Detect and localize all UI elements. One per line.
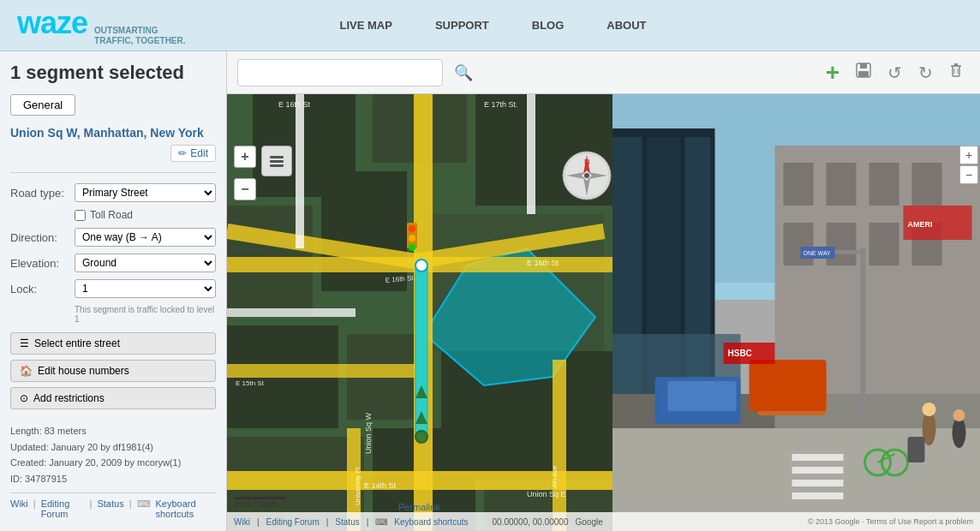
lock-note: This segment is traffic locked to level … [75, 305, 216, 324]
svg-text:AMERI: AMERI [908, 220, 933, 229]
delete-button[interactable] [942, 59, 970, 87]
svg-rect-71 [784, 163, 814, 206]
segment-id: ID: 34787915 [10, 471, 216, 487]
main-nav: LIVE MAP SUPPORT BLOG ABOUT [340, 19, 647, 32]
nav-live-map[interactable]: LIVE MAP [340, 19, 392, 32]
editing-forum-bottom-link[interactable]: Editing Forum [266, 517, 320, 527]
svg-rect-13 [321, 171, 407, 291]
svg-text:Union Sq W: Union Sq W [364, 412, 373, 454]
tab-general[interactable]: General [10, 94, 75, 116]
divider [10, 172, 216, 173]
keyboard-icon: ⌨ [137, 498, 151, 519]
layers-button[interactable] [261, 146, 292, 176]
svg-rect-52 [270, 156, 284, 158]
svg-point-51 [409, 244, 415, 251]
lock-label: Lock: [10, 283, 75, 295]
zoom-out-button[interactable]: − [234, 178, 256, 200]
svg-point-97 [953, 409, 965, 421]
svg-rect-54 [270, 164, 284, 167]
select-street-icon: ☰ [20, 337, 29, 349]
map-controls: + − [234, 146, 256, 200]
sidebar-footer-links: Wiki | Editing Forum | Status | ⌨ Keyboa… [10, 492, 216, 519]
google-logo-text: Google [575, 517, 602, 527]
keyboard-icon-bottom: ⌨ [375, 517, 387, 527]
scale-bar: 20 m / 100 ft [234, 497, 285, 509]
scale-20m: 20 m [234, 500, 251, 509]
map-container[interactable]: 🔍 + ↺ ↻ [227, 51, 980, 531]
street-view[interactable]: AMERI [612, 94, 980, 531]
add-restrictions-button[interactable]: ⊙ Add restrictions [10, 387, 216, 409]
svg-point-95 [923, 403, 936, 416]
wiki-bottom-link[interactable]: Wiki [234, 517, 250, 527]
segment-updated: Updated: January 20 by df1981(4) [10, 439, 216, 456]
svg-point-62 [584, 173, 589, 178]
svg-rect-75 [784, 223, 814, 266]
editing-forum-link[interactable]: Editing Forum [41, 498, 85, 519]
map-satellite[interactable]: E 16th St E 17th St. E 16th St E 16th St… [227, 94, 612, 531]
svg-point-36 [415, 260, 427, 271]
svg-rect-89 [668, 381, 737, 411]
svg-rect-76 [827, 223, 857, 266]
main-content: 1 segment selected General Union Sq W, M… [0, 51, 980, 531]
nav-about[interactable]: ABOUT [607, 19, 646, 32]
direction-select[interactable]: One way (B → A) [75, 228, 216, 247]
bottom-bar: Wiki | Editing Forum | Status | ⌨ Keyboa… [227, 512, 980, 531]
streetview-zoom-out[interactable]: − [959, 165, 978, 184]
road-type-select[interactable]: Primary Street [75, 183, 216, 202]
status-link[interactable]: Status [97, 498, 123, 519]
edit-house-numbers-button[interactable]: 🏠 Edit house numbers [10, 360, 216, 382]
toll-road-label: Toll Road [90, 209, 133, 221]
search-button[interactable]: 🔍 [450, 59, 477, 87]
house-icon: 🏠 [20, 365, 33, 377]
svg-rect-85 [792, 467, 844, 474]
keyboard-shortcuts-link[interactable]: Keyboard shortcuts [156, 498, 217, 519]
svg-rect-91 [750, 360, 827, 411]
svg-rect-3 [953, 66, 959, 76]
save-button[interactable] [850, 59, 877, 87]
wiki-link[interactable]: Wiki [10, 498, 28, 519]
svg-rect-2 [858, 71, 869, 77]
elevation-label: Elevation: [10, 257, 75, 270]
nav-support[interactable]: SUPPORT [435, 19, 489, 32]
keyboard-shortcuts-bottom-link[interactable]: Keyboard shortcuts [394, 517, 468, 527]
coords-display: 00.00000, 00.00000 [493, 517, 569, 527]
segment-created: Created: January 20, 2009 by mcoryw(1) [10, 455, 216, 471]
layers-icon [267, 152, 286, 170]
elevation-select[interactable]: Ground [75, 254, 216, 272]
undo-button[interactable]: ↺ [881, 59, 908, 87]
svg-point-50 [409, 235, 415, 242]
add-button[interactable]: + [819, 59, 846, 87]
compass: N [561, 150, 612, 201]
svg-rect-73 [869, 163, 899, 206]
segment-info: Length: 83 meters Updated: January 20 by… [10, 423, 216, 487]
select-street-button[interactable]: ☰ Select entire street [10, 332, 216, 355]
status-bottom-link[interactable]: Status [335, 517, 359, 527]
map-toolbar: 🔍 + ↺ ↻ [227, 51, 980, 94]
redo-button[interactable]: ↻ [911, 59, 939, 87]
search-icon: 🔍 [454, 63, 473, 82]
compass-icon[interactable]: N [561, 150, 612, 201]
svg-rect-86 [792, 480, 844, 486]
svg-point-96 [953, 417, 966, 448]
permalink[interactable]: Permalink [398, 502, 440, 512]
direction-label: Direction: [10, 231, 75, 244]
street-view-svg: AMERI [612, 94, 980, 531]
search-input[interactable] [237, 59, 443, 87]
svg-text:E 15th St: E 15th St [236, 379, 265, 387]
svg-rect-30 [296, 94, 304, 248]
save-icon [854, 61, 873, 84]
edit-button[interactable]: ✏ Edit [170, 145, 216, 162]
svg-text:N: N [584, 158, 590, 166]
zoom-in-button[interactable]: + [234, 146, 256, 168]
elevation-row: Elevation: Ground [10, 254, 216, 272]
toll-road-row: Toll Road [75, 209, 216, 221]
lock-select[interactable]: 1 [75, 279, 216, 298]
toll-road-checkbox[interactable] [75, 210, 86, 221]
svg-text:4th Ave: 4th Ave [551, 465, 559, 488]
direction-row: Direction: One way (B → A) [10, 228, 216, 247]
nav-blog[interactable]: BLOG [532, 19, 565, 32]
svg-text:E 16th St: E 16th St [278, 100, 311, 109]
streetview-zoom-in[interactable]: + [959, 146, 978, 164]
svg-point-49 [409, 225, 415, 232]
streetview-zoom-controls: + − [959, 146, 978, 184]
